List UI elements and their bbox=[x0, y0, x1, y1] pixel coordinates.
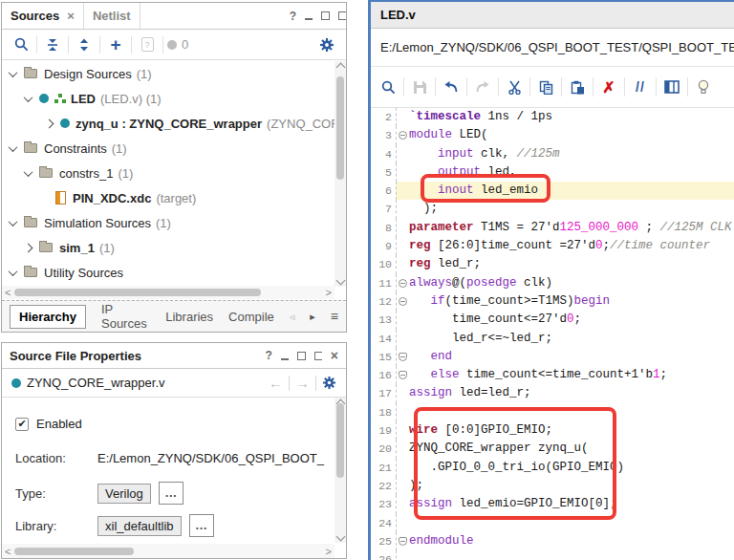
close-tab-icon[interactable]: × bbox=[67, 9, 75, 23]
code-line-15[interactable]: 15 end bbox=[371, 348, 734, 366]
help-icon[interactable]: ? bbox=[265, 349, 271, 362]
collapse-all-icon[interactable] bbox=[41, 34, 64, 55]
fold-marker-icon[interactable] bbox=[399, 537, 407, 546]
code-line-23[interactable]: 23assign led_emio=GPIO_EMIO[0]; bbox=[371, 495, 734, 513]
tab-sources[interactable]: Sources × bbox=[2, 3, 83, 29]
chevron-down-icon[interactable] bbox=[24, 167, 33, 177]
code-line-10[interactable]: 10reg led_r; bbox=[371, 255, 734, 273]
tree-item[interactable]: Simulation Sources(1) bbox=[2, 210, 335, 235]
bottom-tab-compile[interactable]: Compile bbox=[228, 310, 274, 324]
pager-right-icon[interactable]: ▸ bbox=[310, 311, 315, 323]
settings-gear-icon[interactable] bbox=[315, 34, 338, 55]
code-line-21[interactable]: 21 .GPIO_0_0_tri_io(GPIO_EMIO) bbox=[371, 459, 734, 477]
close-panel-icon[interactable]: × bbox=[331, 348, 338, 363]
properties-gear-icon[interactable] bbox=[322, 376, 336, 390]
scroll-down-icon[interactable] bbox=[335, 276, 345, 286]
tree-item[interactable]: zynq_u : ZYNQ_CORE_wrapper(ZYNQ_COR bbox=[2, 111, 335, 136]
fold-marker-icon[interactable] bbox=[399, 131, 407, 140]
code-area[interactable]: 2`timescale 1ns / 1ps3module LED(4 input… bbox=[371, 108, 734, 560]
scroll-right-icon[interactable]: > bbox=[326, 287, 332, 298]
code-line-26[interactable]: 26 bbox=[371, 550, 734, 560]
tab-menu-icon[interactable]: ≡ bbox=[331, 309, 338, 324]
delete-icon[interactable]: ✗ bbox=[596, 75, 621, 99]
code-line-13[interactable]: 13 time_count<=27'd0; bbox=[371, 311, 734, 329]
tab-netlist[interactable]: Netlist bbox=[83, 3, 140, 29]
fold-marker-icon[interactable] bbox=[399, 297, 407, 306]
scroll-thumb[interactable] bbox=[336, 76, 344, 180]
expand-all-icon[interactable] bbox=[73, 34, 96, 55]
copy-icon[interactable] bbox=[533, 75, 558, 99]
bottom-tab-libraries[interactable]: Libraries bbox=[165, 310, 213, 324]
search-icon[interactable] bbox=[376, 75, 400, 99]
scroll-right-icon[interactable]: > bbox=[326, 546, 332, 557]
float-icon[interactable] bbox=[338, 11, 346, 20]
minimize-icon[interactable] bbox=[305, 11, 313, 20]
code-line-20[interactable]: 20ZYNQ_CORE_wrapper zynq_u( bbox=[371, 440, 734, 458]
code-line-9[interactable]: 9reg [26:0]time_count =27'd0;//time coun… bbox=[371, 237, 734, 255]
tree-item[interactable]: LED(LED.v) (1) bbox=[2, 86, 335, 111]
maximize-icon[interactable] bbox=[297, 352, 306, 360]
code-line-16[interactable]: 16 else time_count<=time_count+1'b1; bbox=[371, 366, 734, 384]
tree-item[interactable]: sim_1(1) bbox=[2, 235, 335, 260]
code-line-25[interactable]: 25endmodule bbox=[371, 532, 734, 550]
minimize-icon[interactable] bbox=[281, 352, 289, 360]
properties-horizontal-scrollbar[interactable]: < > bbox=[2, 544, 335, 558]
code-line-8[interactable]: 8parameter T1MS = 27'd125_000_000 ; //12… bbox=[371, 219, 734, 237]
code-line-22[interactable]: 22); bbox=[371, 477, 734, 495]
scroll-thumb[interactable] bbox=[336, 403, 344, 478]
code-line-17[interactable]: 17assign led=led_r; bbox=[371, 384, 734, 402]
maximize-icon[interactable] bbox=[321, 11, 330, 20]
code-line-18[interactable]: 18 bbox=[371, 403, 734, 421]
search-icon[interactable] bbox=[10, 34, 32, 55]
scroll-down-icon[interactable] bbox=[335, 532, 345, 542]
library-field[interactable]: xil_defaultlib bbox=[97, 516, 182, 536]
chevron-down-icon[interactable] bbox=[24, 93, 33, 102]
code-line-5[interactable]: 5 output led, bbox=[371, 163, 734, 182]
tree-item[interactable]: constrs_1(1) bbox=[2, 161, 335, 185]
chevron-right-icon[interactable] bbox=[45, 118, 54, 128]
chevron-down-icon[interactable] bbox=[9, 217, 18, 226]
back-icon[interactable]: ← bbox=[269, 375, 283, 391]
code-line-11[interactable]: 11always@(posedge clk) bbox=[371, 274, 734, 292]
type-browse-button[interactable]: … bbox=[159, 482, 184, 505]
forward-icon[interactable]: → bbox=[295, 375, 310, 391]
properties-vertical-scrollbar[interactable] bbox=[335, 398, 346, 543]
sources-vertical-scrollbar[interactable] bbox=[335, 61, 346, 287]
code-line-2[interactable]: 2`timescale 1ns / 1ps bbox=[371, 108, 734, 126]
tree-item[interactable]: Constraints(1) bbox=[2, 136, 335, 161]
toggle-column-icon[interactable] bbox=[659, 75, 684, 99]
fold-marker-icon[interactable] bbox=[399, 279, 407, 288]
fold-marker-icon[interactable] bbox=[399, 353, 407, 361]
cut-icon[interactable] bbox=[502, 75, 527, 99]
undo-icon[interactable] bbox=[439, 75, 464, 99]
scroll-thumb[interactable] bbox=[14, 548, 134, 555]
float-icon[interactable] bbox=[314, 352, 322, 360]
chevron-right-icon[interactable] bbox=[24, 243, 33, 252]
code-line-6[interactable]: 6 inout led_emio bbox=[371, 182, 734, 200]
chevron-down-icon[interactable] bbox=[9, 142, 18, 152]
code-line-7[interactable]: 7 ); bbox=[371, 200, 734, 218]
code-line-24[interactable]: 24 bbox=[371, 514, 734, 532]
pager-left-icon[interactable]: ◃ bbox=[290, 311, 295, 323]
paste-icon[interactable] bbox=[565, 75, 590, 99]
tree-item[interactable]: PIN_XDC.xdc(target) bbox=[2, 185, 335, 210]
sources-horizontal-scrollbar[interactable]: < > bbox=[2, 286, 335, 299]
fold-marker-icon[interactable] bbox=[399, 371, 407, 379]
code-line-12[interactable]: 12 if(time_count>=T1MS)begin bbox=[371, 292, 734, 311]
lightbulb-icon[interactable] bbox=[691, 75, 716, 99]
toggle-comment-icon[interactable]: // bbox=[628, 75, 653, 99]
type-field[interactable]: Verilog bbox=[97, 484, 151, 504]
scroll-thumb[interactable] bbox=[14, 289, 261, 296]
add-sources-icon[interactable]: + bbox=[104, 34, 127, 55]
chevron-down-icon[interactable] bbox=[9, 68, 18, 77]
tree-item[interactable]: Design Sources(1) bbox=[2, 61, 335, 86]
scroll-left-icon[interactable]: < bbox=[5, 546, 11, 557]
bottom-tab-hierarchy[interactable]: Hierarchy bbox=[10, 305, 86, 329]
bottom-tab-ip-sources[interactable]: IP Sources bbox=[101, 302, 150, 331]
code-line-3[interactable]: 3module LED( bbox=[371, 126, 734, 144]
code-line-14[interactable]: 14 led_r<=~led_r; bbox=[371, 330, 734, 348]
tree-item[interactable]: Utility Sources bbox=[2, 260, 335, 285]
code-line-19[interactable]: 19wire [0:0]GPIO_EMIO; bbox=[371, 421, 734, 440]
help-icon[interactable]: ? bbox=[290, 10, 296, 23]
enabled-checkbox[interactable]: ✔ bbox=[15, 418, 29, 431]
